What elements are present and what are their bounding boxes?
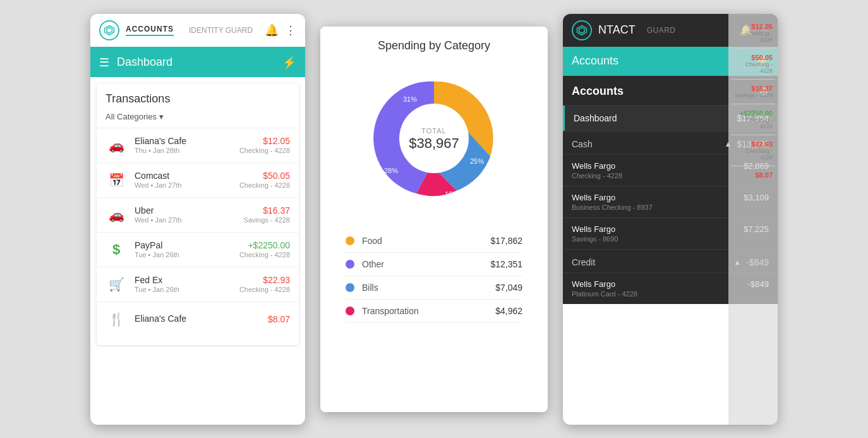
trans-amount-1: $12.05 [239,136,290,146]
trans-name-5: Fed Ex [135,275,239,285]
trans-right-6: $8.07 [268,314,290,324]
trans-amount-4: +$2250.00 [239,240,290,250]
trans-amount-3: $16.37 [244,205,290,216]
partial-sub-1: Checking - 4228 [733,30,773,43]
svg-marker-1 [107,27,112,33]
legend-food: Food $17,862 [346,229,522,253]
trans-icon-car-2: 🚗 [105,204,127,226]
trans-icon-car-1: 🚗 [105,135,127,156]
trans-info-4: PayPal Tue • Jan 26th [135,240,239,259]
nav-icons: 🔔 ⋮ [265,23,296,37]
hamburger-icon[interactable]: ☰ [99,56,109,70]
dropdown-arrow: ▾ [159,112,164,121]
partial-overlay: $12.05 Checking - 4228 $50.05 Checking -… [728,14,778,425]
trans-account-5: Checking - 4228 [239,286,290,293]
filter-row[interactable]: All Categories ▾ [97,109,299,128]
partial-sub-4: Checking - 4228 [733,117,773,130]
trans-amount-5: $22.93 [239,275,290,285]
svg-text:TOTAL: TOTAL [421,127,446,135]
trans-name-6: Eliana's Cafe [135,313,268,324]
partial-amount-5: $22.93 [733,140,773,148]
transport-dot [346,307,354,315]
trans-name-4: PayPal [135,240,239,250]
other-label: Other [362,259,483,269]
partial-amount-6: $8.07 [733,171,773,179]
trans-icon-cart: 🛒 [105,274,127,295]
cash-label: Cash [572,139,722,149]
transactions-panel: Transactions All Categories ▾ 🚗 Eliana's… [97,83,299,345]
partial-trans-list: $12.05 Checking - 4228 $50.05 Checking -… [728,14,778,188]
trans-name-3: Uber [135,205,244,216]
partial-amount-3: $16.37 [733,85,773,92]
transaction-item-5[interactable]: 🛒 Fed Ex Tue • Jan 26th $22.93 Checking … [97,267,299,301]
trans-right-3: $16.37 Savings - 4228 [244,205,290,224]
trans-date-4: Tue • Jan 26th [135,251,239,259]
svg-text:28%: 28% [384,167,398,174]
other-value: $12,351 [490,259,522,269]
partial-amount-1: $12.05 [733,23,773,30]
partial-item-2: $50.05 Checking - 4228 [731,49,775,80]
wf-credit-name: Wells Fargo [572,279,748,289]
svg-text:25%: 25% [470,157,484,165]
bills-dot [346,283,354,292]
filter-label: All Categories [105,112,157,121]
trans-icon-paypal: $ [105,239,127,260]
trans-info-1: Eliana's Cafe Thu • Jan 28th [135,136,239,154]
trans-right-5: $22.93 Checking - 4228 [239,275,290,293]
trans-right-2: $50.05 Checking - 4228 [239,171,290,189]
wf-checking-name: Wells Fargo [572,161,744,171]
trans-account-3: Savings - 4228 [244,216,290,224]
transport-label: Transportation [362,306,488,316]
dark-app-logo [572,20,592,40]
accounts-bar-title: Accounts [572,54,755,68]
more-icon[interactable]: ⋮ [285,23,296,37]
donut-chart: TOTAL $38,967 31% 25% 16% 28% [333,63,535,214]
credit-label: Credit [572,257,731,267]
legend-transport: Transportation $4,962 [346,300,522,323]
chart-panel: Spending by Category [320,27,548,333]
food-value: $17,862 [490,236,522,246]
transaction-item-6[interactable]: 🍴 Eliana's Cafe $8.07 [97,301,299,336]
trans-icon-fork: 🍴 [105,308,127,330]
partial-item-1: $12.05 Checking - 4228 [731,18,775,49]
phone-1: ACCOUNTS IDENTITY GUARD 🔔 ⋮ ☰ Dashboard … [90,14,305,425]
svg-text:16%: 16% [445,190,459,198]
partial-sub-5: Checking - 4228 [733,148,773,161]
transaction-item-2[interactable]: 📅 Comcast Wed • Jan 27th $50.05 Checking… [97,162,299,197]
other-dot [346,260,354,269]
partial-amount-4: +$2250.00 [733,109,773,117]
trans-name-1: Eliana's Cafe [135,136,239,146]
partial-item-4: +$2250.00 Checking - 4228 [731,104,775,135]
transaction-item-3[interactable]: 🚗 Uber Wed • Jan 27th $16.37 Savings - 4… [97,197,299,232]
partial-sub-3: Savings - 4228 [733,92,773,99]
transaction-item-4[interactable]: $ PayPal Tue • Jan 26th +$2250.00 Checki… [97,232,299,267]
filter-icon[interactable]: ⚡ [282,56,296,70]
trans-info-3: Uber Wed • Jan 27th [135,205,244,224]
legend-other: Other $12,351 [346,253,522,276]
header-bar: ☰ Dashboard ⚡ [90,48,305,77]
phone-2: Spending by Category [320,27,548,412]
svg-text:$38,967: $38,967 [409,135,459,151]
partial-item-3: $16.37 Savings - 4228 [731,80,775,104]
food-dot [346,236,354,245]
trans-account-1: Checking - 4228 [239,147,290,154]
legend-list: Food $17,862 Other $12,351 Bills $7,049 … [333,229,535,323]
bills-value: $7,049 [495,283,522,293]
identity-guard-tab[interactable]: IDENTITY GUARD [189,26,253,35]
phone-3: NTACT GUARD 🔔 ⋮ Accounts ⚡ Accounts ⚙ Da… [563,14,778,425]
partial-item-5: $22.93 Checking - 4228 [731,135,775,166]
dark-app-name: NTACT [598,23,636,37]
accounts-tab[interactable]: ACCOUNTS [126,25,174,36]
food-label: Food [362,236,483,246]
transport-value: $4,962 [495,306,522,316]
nav-bar: ACCOUNTS IDENTITY GUARD 🔔 ⋮ [90,14,305,48]
bell-icon[interactable]: 🔔 [265,23,279,37]
dashboard-title: Dashboard [117,56,282,69]
trans-account-4: Checking - 4228 [239,251,290,259]
trans-icon-cal: 📅 [105,169,127,191]
trans-date-5: Tue • Jan 26th [135,286,239,293]
trans-info-5: Fed Ex Tue • Jan 26th [135,275,239,293]
transaction-item-1[interactable]: 🚗 Eliana's Cafe Thu • Jan 28th $12.05 Ch… [97,128,299,162]
dashboard-row-label: Dashboard [574,113,737,123]
svg-text:31%: 31% [403,95,417,103]
